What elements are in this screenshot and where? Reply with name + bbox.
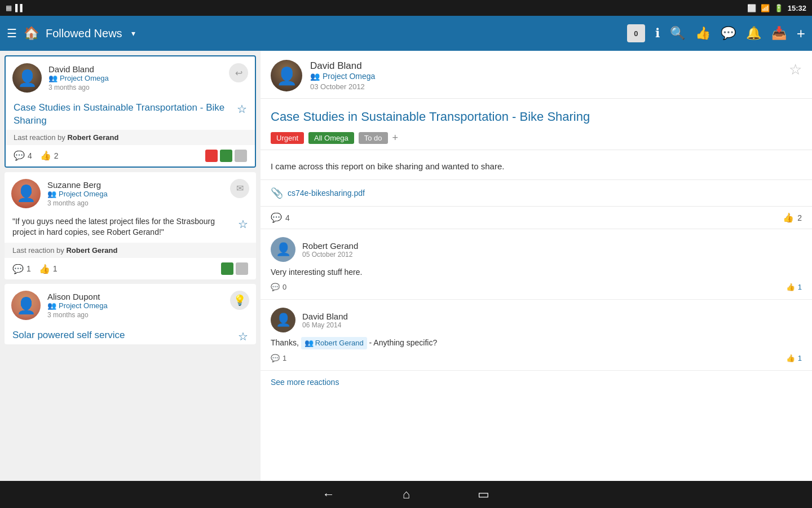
dropdown-arrow-icon[interactable]: ▾	[131, 29, 135, 38]
home-icon[interactable]: 🏠	[24, 26, 39, 41]
like-icon[interactable]: 👍	[695, 26, 710, 41]
main-content: 👤 David Bland 👥 Project Omega 3 months a…	[0, 51, 812, 481]
feed-item-1-footer: 💬 4 👍 2	[6, 145, 255, 167]
comment-1-likes[interactable]: 👍 1	[786, 283, 802, 291]
feed-item-2[interactable]: 👤 Suzanne Berg 👥 Project Omega 3 months …	[5, 172, 256, 279]
color-dot-grey-2	[236, 262, 248, 275]
comment-reply-icon-2: 💬	[271, 354, 280, 362]
post-attachment[interactable]: 📎 cs74e-bikesharing.pdf	[261, 180, 812, 207]
feed-item-3-meta: Alison Dupont 👥 Project Omega 3 months a…	[47, 292, 249, 319]
mail-button-2[interactable]: ✉	[230, 179, 249, 198]
bottom-nav: ← ⌂ ▭	[0, 481, 812, 508]
post-title: Case Studies in Sustainable Transportati…	[271, 109, 802, 125]
sim-icon: ▦	[6, 4, 12, 12]
avatar-suzanne-berg: 👤	[11, 179, 41, 208]
comment-icon-post: 💬	[271, 212, 282, 223]
bell-icon[interactable]: 🔔	[746, 26, 761, 41]
group-icon: 👥	[48, 74, 58, 82]
like-count-icon-2: 👍	[39, 264, 50, 274]
inbox-icon[interactable]: 📥	[771, 26, 787, 41]
nav-bar-right: 0 ℹ 🔍 👍 💬 🔔 📥 +	[627, 24, 805, 42]
post-star-icon: ☆	[789, 61, 802, 78]
feed-item-1[interactable]: 👤 David Bland 👥 Project Omega 3 months a…	[5, 55, 256, 168]
like-count-icon-1: 👍	[40, 150, 51, 161]
recents-icon[interactable]: ▭	[478, 487, 489, 502]
comment-1-author: Robert Gerand	[302, 241, 358, 251]
attachment-icon: 📎	[271, 187, 283, 199]
comment-like-icon-1: 👍	[786, 283, 795, 291]
add-icon[interactable]: +	[797, 25, 805, 42]
feed-item-1-meta: David Bland 👥 Project Omega 3 months ago	[48, 64, 248, 91]
feed-item-2-header: 👤 Suzanne Berg 👥 Project Omega 3 months …	[5, 172, 256, 213]
feed-item-1-likes: 👍 2	[40, 150, 59, 161]
right-panel: 👤 David Bland 👥 Project Omega 03 October…	[261, 51, 812, 481]
tag-todo[interactable]: To do	[359, 132, 388, 144]
notification-badge[interactable]: 0	[627, 24, 645, 42]
star-icon-1[interactable]: ☆	[237, 102, 247, 117]
post-date: 03 October 2012	[310, 82, 375, 91]
feed-item-1-author: David Bland	[48, 64, 248, 74]
feed-item-1-last-reaction: Last reaction by Robert Gerand	[6, 130, 255, 145]
comment-2-header: 👤 David Bland 06 May 2014	[271, 308, 802, 332]
post-meta: David Bland 👥 Project Omega 03 October 2…	[310, 60, 375, 91]
color-dot-red	[205, 150, 218, 162]
status-bar-left: ▦ ▌▌	[6, 4, 25, 12]
tag-urgent[interactable]: Urgent	[271, 132, 304, 144]
tag-omega[interactable]: All Omega	[308, 132, 354, 144]
group-icon-2: 👥	[47, 190, 56, 198]
comment-1-header: 👤 Robert Gerand 05 October 2012	[271, 237, 802, 262]
search-icon[interactable]: 🔍	[670, 26, 685, 41]
feed-item-2-colors	[221, 262, 248, 275]
feed-item-2-likes: 👍 1	[39, 264, 58, 274]
back-icon[interactable]: ←	[323, 487, 335, 502]
star-icon-2[interactable]: ☆	[238, 216, 248, 232]
reply-button-1[interactable]: ↩	[229, 63, 248, 82]
feed-item-2-comments: 💬 1	[12, 264, 31, 274]
color-dot-green	[220, 150, 232, 162]
feed-item-2-last-reaction: Last reaction by Robert Gerand	[5, 243, 256, 258]
group-icon-post: 👥	[310, 72, 320, 81]
mention-group-icon: 👥	[304, 338, 314, 349]
comment-2-body: Thanks, 👥 Robert Gerand - Anything speci…	[271, 337, 802, 349]
color-dot-grey	[235, 150, 247, 162]
comment-icon[interactable]: 💬	[721, 26, 736, 41]
comment-2-likes[interactable]: 👍 1	[786, 354, 802, 362]
comment-1-replies: 💬 0	[271, 283, 286, 291]
comment-1-date: 05 October 2012	[302, 251, 358, 259]
comment-count-icon-1: 💬	[14, 150, 25, 161]
feed-item-2-project: 👥 Project Omega	[47, 190, 249, 198]
barcode-icon: ▌▌	[15, 4, 25, 12]
post-comment-count: 💬 4	[271, 212, 290, 223]
comment-1-footer: 💬 0 👍 1	[271, 283, 802, 291]
add-tag-button[interactable]: +	[392, 132, 399, 144]
menu-icon[interactable]: ☰	[7, 27, 17, 40]
see-more-reactions-button[interactable]: See more reactions	[261, 371, 349, 393]
post-like-count: 👍 2	[783, 212, 802, 223]
feed-item-3-header: 👤 Alison Dupont 👥 Project Omega 3 months…	[5, 284, 256, 325]
comment-2-footer: 💬 1 👍 1	[271, 354, 802, 362]
feed-item-1-comments: 💬 4	[14, 150, 32, 161]
comment-like-icon-2: 👍	[786, 354, 795, 362]
lightbulb-button-3[interactable]: 💡	[230, 291, 249, 310]
home-nav-icon[interactable]: ⌂	[403, 487, 410, 502]
feed-item-3[interactable]: 👤 Alison Dupont 👥 Project Omega 3 months…	[5, 284, 256, 344]
post-header: 👤 David Bland 👥 Project Omega 03 October…	[261, 51, 812, 99]
feed-item-1-header: 👤 David Bland 👥 Project Omega 3 months a…	[6, 56, 255, 97]
comment-2-body-text: Thanks,	[271, 338, 299, 347]
avatar-alison-dupont: 👤	[11, 291, 41, 320]
feed-item-3-author: Alison Dupont	[47, 292, 249, 301]
time-display: 15:32	[788, 4, 806, 12]
info-icon[interactable]: ℹ	[655, 26, 660, 41]
star-icon-3[interactable]: ☆	[238, 329, 248, 344]
avatar-robert-gerand: 👤	[271, 237, 295, 262]
feed-item-2-content: ☆ "If you guys need the latest project f…	[5, 213, 256, 243]
nav-title: Followed News	[46, 27, 122, 40]
feed-item-2-time: 3 months ago	[47, 199, 249, 207]
feed-item-1-project: 👥 Project Omega	[48, 74, 248, 82]
comment-2-body-after: - Anything specific?	[369, 338, 438, 347]
feed-item-1-title: ☆ Case Studies in Sustainable Transporta…	[6, 97, 255, 130]
like-icon-post: 👍	[783, 212, 794, 223]
post-star-button[interactable]: ☆	[789, 61, 802, 78]
comment-2-replies: 💬 1	[271, 354, 286, 362]
feed-item-3-title: ☆ Solar powered self service	[5, 325, 256, 344]
